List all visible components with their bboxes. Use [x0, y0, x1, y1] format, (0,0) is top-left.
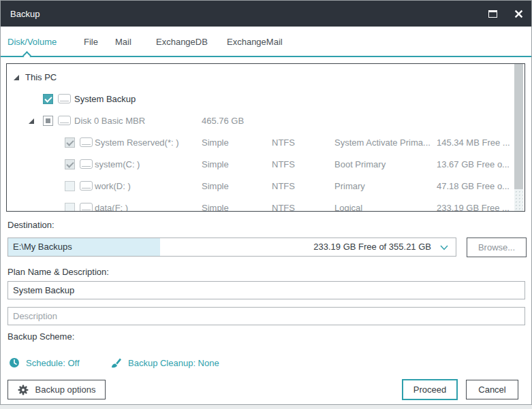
checkbox-volume[interactable] [65, 181, 75, 191]
checkbox-volume[interactable] [65, 137, 75, 148]
cancel-button[interactable]: Cancel [466, 380, 518, 399]
tree-label-this-pc: This PC [25, 67, 57, 88]
tree-row-volume[interactable]: System Reserved(*: ) Simple NTFS System … [7, 132, 525, 154]
titlebar: Backup [1, 1, 531, 27]
disk-icon [80, 181, 93, 191]
tab-disk-volume[interactable]: Disk/Volume [7, 27, 57, 55]
volume-free: 145.34 MB Free ... [437, 132, 510, 154]
tab-file[interactable]: File [84, 27, 98, 55]
volume-name: system(C: ) [95, 154, 140, 176]
volume-free: 13.67 GB Free o... [437, 154, 510, 176]
tab-bar: Disk/Volume File Mail ExchangeDB Exchang… [1, 27, 531, 55]
plan-name-label: Plan Name & Description: [7, 267, 109, 277]
window-title: Backup [10, 9, 40, 19]
tree-scrollbar-thumb[interactable] [514, 64, 523, 189]
disk0-size: 465.76 GB [202, 110, 244, 132]
tab-exchangemail[interactable]: ExchangeMail [227, 27, 283, 55]
checkbox-disk0[interactable] [43, 116, 53, 126]
volume-fs: NTFS [272, 154, 295, 176]
volume-type: Primary [334, 176, 365, 197]
checkbox-volume[interactable] [65, 159, 75, 169]
checkbox-volume[interactable] [65, 203, 75, 212]
volume-type: Logical [334, 197, 362, 212]
tab-exchangedb[interactable]: ExchangeDB [156, 27, 208, 55]
volume-type: System Activate Prima... [334, 132, 431, 154]
volume-fs: NTFS [272, 176, 295, 197]
description-input[interactable]: Description [7, 307, 525, 325]
disk-icon [80, 137, 93, 147]
volume-type: Boot Primary [334, 154, 386, 176]
tree-label-system-backup: System Backup [74, 88, 136, 110]
cleanup-brush-icon [111, 357, 122, 368]
backup-scheme-row: Schedule: Off Backup Cleanup: None [1, 354, 531, 372]
destination-free-info: 233.19 GB Free of 355.21 GB [313, 238, 431, 256]
tree-row-this-pc[interactable]: This PC [7, 67, 525, 88]
disk-icon [80, 159, 93, 169]
source-tree-panel: This PC System Backup Disk 0 Basic MBR 4… [6, 63, 525, 212]
volume-layout: Simple [202, 154, 229, 176]
volume-layout: Simple [202, 176, 229, 197]
expander-icon[interactable] [28, 118, 35, 125]
browse-button[interactable]: Browse... [467, 238, 527, 257]
destination-path: E:\My Backups [13, 238, 72, 256]
chevron-down-icon [440, 245, 448, 250]
tree-row-disk0[interactable]: Disk 0 Basic MBR 465.76 GB [7, 110, 525, 132]
schedule-link-label: Schedule: Off [26, 358, 80, 368]
backup-scheme-label: Backup Scheme: [7, 331, 74, 342]
screen: Backup Disk/Volume File Mail ExchangeDB … [0, 0, 532, 409]
schedule-link[interactable]: Schedule: Off [9, 354, 80, 372]
backup-cleanup-link[interactable]: Backup Cleanup: None [111, 354, 219, 372]
disk-icon [80, 203, 93, 212]
volume-layout: Simple [202, 132, 229, 154]
volume-fs: NTFS [272, 132, 295, 154]
tab-underline [1, 56, 531, 57]
volume-name: System Reserved(*: ) [95, 132, 179, 154]
tree-label-disk0: Disk 0 Basic MBR [74, 110, 145, 132]
backup-dialog: Backup Disk/Volume File Mail ExchangeDB … [0, 0, 532, 405]
tab-mail[interactable]: Mail [115, 27, 131, 55]
backup-cleanup-link-label: Backup Cleanup: None [128, 358, 219, 368]
close-icon [514, 10, 523, 18]
backup-options-button[interactable]: Backup options [7, 380, 106, 399]
close-window-button[interactable] [511, 6, 526, 21]
volume-free: 233.19 GB Free ... [437, 197, 510, 212]
destination-select[interactable]: E:\My Backups 233.19 GB Free of 355.21 G… [7, 238, 456, 257]
gear-icon [18, 385, 29, 395]
volume-name: work(D: ) [95, 176, 131, 197]
backup-options-label: Backup options [35, 385, 96, 395]
volume-free: 47.18 GB Free o... [437, 176, 510, 197]
tree-scrollbar[interactable] [514, 64, 523, 211]
tree-row-volume[interactable]: system(C: ) Simple NTFS Boot Primary 13.… [7, 154, 525, 176]
volume-layout: Simple [202, 197, 229, 212]
restore-icon [488, 10, 497, 18]
disk-icon [58, 94, 71, 103]
volume-fs: NTFS [272, 197, 295, 212]
checkbox-system-backup[interactable] [43, 94, 53, 104]
destination-label: Destination: [7, 220, 54, 230]
window-controls [485, 1, 526, 27]
proceed-button[interactable]: Proceed [402, 379, 458, 400]
tree-row-system-backup[interactable]: System Backup [7, 88, 525, 110]
expander-icon[interactable] [13, 74, 20, 81]
clock-icon [9, 357, 20, 368]
tree-row-volume[interactable]: data(F: ) Simple NTFS Logical 233.19 GB … [7, 197, 525, 212]
tree-row-volume[interactable]: work(D: ) Simple NTFS Primary 47.18 GB F… [7, 176, 525, 197]
volume-name: data(F: ) [95, 197, 128, 212]
restore-window-button[interactable] [485, 6, 500, 21]
disk-icon [58, 116, 71, 125]
plan-name-input[interactable]: System Backup [7, 281, 525, 299]
